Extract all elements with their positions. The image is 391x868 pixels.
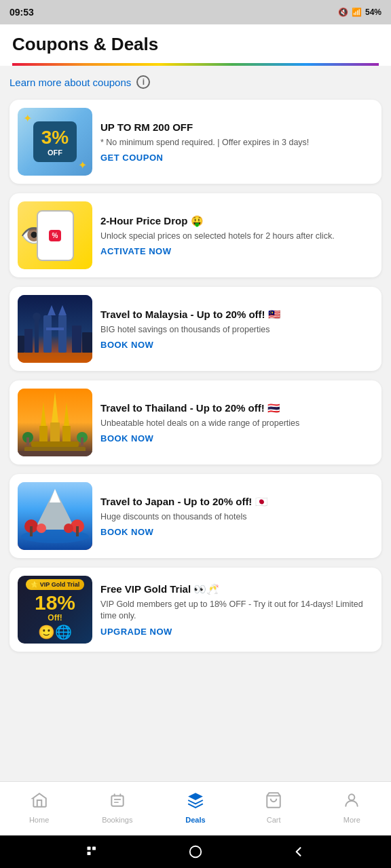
svg-rect-22	[18, 451, 92, 456]
svg-rect-24	[26, 437, 29, 446]
deal-image-vip: ⭐VIP Gold Trial 18% Off! 🙂🌐	[18, 576, 92, 644]
svg-rect-6	[35, 319, 39, 353]
svg-point-7	[33, 313, 41, 321]
deal-title-pricedrop: 2-Hour Price Drop 🤑	[100, 214, 373, 228]
deal-image-japan	[18, 482, 92, 550]
phone-mockup: %	[37, 210, 74, 261]
android-back-btn[interactable]	[292, 845, 305, 859]
deal-action-malaysia[interactable]: BOOK NOW	[100, 340, 373, 350]
deals-icon	[187, 791, 204, 813]
deal-desc-coupon: * No minimum spend required. | Offer exp…	[100, 137, 373, 149]
svg-rect-34	[76, 526, 79, 536]
android-nav-bar	[0, 835, 391, 868]
deal-desc-thailand: Unbeatable hotel deals on a wide range o…	[100, 418, 373, 430]
cart-icon	[265, 791, 282, 813]
deal-text-coupon: UP TO RM 200 OFF * No minimum spend requ…	[100, 121, 373, 163]
header: Coupons & Deals	[0, 24, 391, 66]
deal-card-malaysia[interactable]: Travel to Malaysia - Up to 20% off! 🇲🇾 B…	[10, 287, 381, 371]
svg-rect-40	[87, 847, 90, 850]
svg-point-36	[64, 524, 73, 533]
svg-point-39	[349, 794, 355, 800]
coupon-ticket: 3% OFF	[33, 121, 77, 162]
thailand-temple-svg	[18, 389, 92, 456]
deal-title-thailand: Travel to Thailand - Up to 20% off! 🇹🇭	[100, 401, 373, 415]
android-recent-btn[interactable]	[86, 845, 99, 859]
bottom-nav: Home Bookings Deals	[0, 781, 391, 835]
nav-item-cart[interactable]: Cart	[253, 787, 294, 828]
deal-card-thailand[interactable]: Travel to Thailand - Up to 20% off! 🇹🇭 U…	[10, 380, 381, 465]
deal-action-coupon[interactable]: Get coupon	[100, 153, 373, 163]
spark-icon-br: ✦	[78, 159, 87, 172]
nav-item-deals[interactable]: Deals	[175, 787, 216, 828]
deal-image-malaysia	[18, 295, 92, 363]
svg-rect-32	[30, 526, 33, 536]
nav-label-more: More	[343, 816, 360, 824]
svg-rect-2	[58, 315, 67, 353]
svg-rect-17	[39, 426, 48, 443]
vip-badge: ⭐VIP Gold Trial	[26, 579, 84, 590]
deal-desc-malaysia: BIG hotel savings on thousands of proper…	[100, 324, 373, 336]
mute-icon: 🔇	[338, 7, 348, 17]
svg-rect-3	[46, 328, 64, 330]
deal-text-malaysia: Travel to Malaysia - Up to 20% off! 🇲🇾 B…	[100, 308, 373, 350]
deal-desc-pricedrop: Unlock special prices on selected hotels…	[100, 231, 373, 243]
nav-item-home[interactable]: Home	[19, 787, 60, 828]
svg-rect-12	[18, 353, 92, 363]
deal-action-vip[interactable]: UPGRADE NOW	[100, 627, 373, 637]
info-icon[interactable]: i	[136, 75, 150, 89]
home-icon	[31, 791, 48, 813]
status-bar: 09:53 🔇 📶 54%	[0, 0, 391, 24]
nav-label-home: Home	[29, 816, 49, 824]
svg-rect-8	[24, 329, 33, 353]
svg-rect-10	[18, 336, 24, 353]
deal-text-japan: Travel to Japan - Up to 20% off! 🇯🇵 Huge…	[100, 495, 373, 537]
deal-title-japan: Travel to Japan - Up to 20% off! 🇯🇵	[100, 495, 373, 509]
deal-card-japan[interactable]: Travel to Japan - Up to 20% off! 🇯🇵 Huge…	[10, 474, 381, 558]
battery-text: 54%	[365, 7, 381, 17]
deal-card-vip-gold[interactable]: ⭐VIP Gold Trial 18% Off! 🙂🌐 Free VIP Gol…	[10, 568, 381, 652]
deal-image-thailand	[18, 389, 92, 456]
content-area: Learn more about coupons i ✦ 3% OFF ✦ UP…	[0, 66, 391, 781]
malaysia-skyline-svg	[18, 295, 92, 363]
more-icon	[343, 791, 360, 813]
deal-card-price-drop[interactable]: 👁️ % 2-Hour Price Drop 🤑 Unlock special …	[10, 193, 381, 277]
learn-more-text[interactable]: Learn more about coupons	[10, 77, 131, 88]
svg-rect-37	[111, 795, 123, 806]
deal-text-pricedrop: 2-Hour Price Drop 🤑 Unlock special price…	[100, 214, 373, 256]
svg-rect-26	[81, 437, 83, 446]
nav-label-bookings: Bookings	[102, 816, 132, 824]
nav-label-cart: Cart	[267, 816, 281, 824]
svg-rect-15	[50, 422, 60, 443]
svg-point-43	[190, 846, 202, 858]
deal-text-thailand: Travel to Thailand - Up to 20% off! 🇹🇭 U…	[100, 401, 373, 443]
wifi-icon: 📶	[352, 7, 362, 17]
svg-rect-19	[62, 426, 71, 443]
japan-fuji-svg	[18, 482, 92, 550]
bookings-icon	[109, 791, 126, 813]
spark-icon-tl: ✦	[23, 112, 32, 125]
svg-rect-42	[92, 847, 96, 850]
deal-text-vip: Free VIP Gold Trial 👀🥂 VIP Gold members …	[100, 583, 373, 637]
svg-rect-11	[82, 332, 92, 353]
svg-point-35	[37, 524, 46, 533]
svg-rect-1	[43, 315, 52, 353]
deal-action-thailand[interactable]: BOOK NOW	[100, 433, 373, 443]
status-icons: 🔇 📶 54%	[338, 7, 381, 17]
nav-label-deals: Deals	[185, 816, 205, 824]
android-home-btn[interactable]	[188, 844, 203, 859]
page-title: Coupons & Deals	[12, 34, 379, 63]
deal-image-pricedrop: 👁️ %	[18, 201, 92, 269]
deal-action-pricedrop[interactable]: ACTIVATE NOW	[100, 246, 373, 256]
svg-rect-9	[72, 326, 81, 353]
svg-rect-20	[31, 441, 79, 447]
nav-item-more[interactable]: More	[331, 787, 372, 828]
deal-action-japan[interactable]: BOOK NOW	[100, 527, 373, 537]
deal-image-coupon: ✦ 3% OFF ✦	[18, 108, 92, 176]
learn-more-row[interactable]: Learn more about coupons i	[10, 75, 381, 89]
deal-title-malaysia: Travel to Malaysia - Up to 20% off! 🇲🇾	[100, 308, 373, 321]
nav-item-bookings[interactable]: Bookings	[97, 787, 138, 828]
deal-title-coupon: UP TO RM 200 OFF	[100, 121, 373, 134]
deal-desc-vip: VIP Gold members get up to 18% OFF - Try…	[100, 599, 373, 623]
deal-card-coupon-rm200[interactable]: ✦ 3% OFF ✦ UP TO RM 200 OFF * No minimum…	[10, 100, 381, 184]
svg-rect-41	[87, 852, 90, 855]
